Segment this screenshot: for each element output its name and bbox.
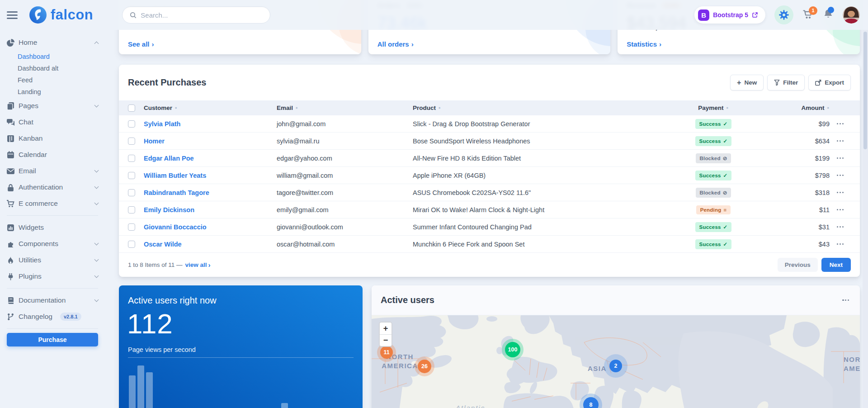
- row-checkbox[interactable]: [128, 241, 135, 248]
- settings-button[interactable]: [774, 5, 793, 24]
- column-header-product[interactable]: Product▲▼: [413, 104, 648, 111]
- sidebar-item-label: Components: [19, 240, 58, 248]
- new-button[interactable]: + New: [730, 75, 764, 90]
- sidebar-item-home[interactable]: Home: [7, 34, 98, 51]
- customer-link[interactable]: Giovanni Boccaccio: [144, 223, 277, 231]
- chevron-right-icon: ›: [659, 40, 661, 48]
- row-checkbox[interactable]: [128, 120, 135, 128]
- search-input[interactable]: [141, 11, 263, 19]
- sidebar-item-dashboard[interactable]: Dashboard: [18, 51, 98, 62]
- customer-link[interactable]: Rabindranath Tagore: [144, 189, 277, 196]
- map-marker[interactable]: 11: [380, 346, 393, 359]
- row-checkbox[interactable]: [128, 223, 135, 231]
- brand-logo[interactable]: falcon: [29, 6, 93, 24]
- amount-cell: $31: [779, 223, 830, 231]
- column-header-customer[interactable]: Customer▲▼: [144, 104, 277, 111]
- column-header-amount[interactable]: Amount▲▼: [779, 104, 830, 111]
- sidebar-item-email[interactable]: Email: [7, 163, 98, 179]
- ban-icon: ⊘: [723, 190, 727, 196]
- row-checkbox[interactable]: [128, 155, 135, 162]
- row-actions-button[interactable]: [835, 207, 845, 212]
- funnel-icon: [774, 80, 780, 85]
- row-checkbox[interactable]: [128, 189, 135, 196]
- active-users-map-title: Active users: [381, 295, 434, 305]
- column-header-payment[interactable]: Payment▲▼: [648, 104, 779, 111]
- notifications-button[interactable]: [823, 9, 834, 21]
- row-actions-button[interactable]: [835, 121, 845, 126]
- bootstrap-version-badge[interactable]: B Bootstrap 5: [694, 6, 765, 24]
- hamburger-menu-button[interactable]: [7, 9, 18, 21]
- all-orders-link[interactable]: All orders ›: [377, 40, 414, 48]
- view-all-link[interactable]: view all ›: [185, 261, 211, 269]
- sidebar-item-calendar[interactable]: Calendar: [7, 147, 98, 163]
- cart-button[interactable]: 1: [802, 9, 814, 21]
- next-button[interactable]: Next: [821, 258, 851, 272]
- ban-icon: ⊘: [723, 155, 727, 161]
- column-header-email[interactable]: Email▲▼: [277, 104, 413, 111]
- filter-button[interactable]: Filter: [767, 75, 805, 90]
- select-all-checkbox[interactable]: [128, 104, 135, 112]
- product-cell: Munchkin 6 Piece Fork and Spoon Set: [413, 241, 648, 248]
- sidebar-item-changelog[interactable]: Changelog v2.8.1: [7, 308, 98, 325]
- sort-icon: ▲▼: [827, 108, 830, 108]
- sidebar-item-widgets[interactable]: Widgets: [7, 219, 98, 236]
- customer-link[interactable]: Homer: [144, 138, 277, 145]
- see-all-link[interactable]: See all ›: [128, 40, 154, 48]
- page-scrollbar-thumb[interactable]: [863, 32, 867, 149]
- sidebar-item-components[interactable]: Components: [7, 236, 98, 252]
- customer-link[interactable]: Oscar Wilde: [144, 241, 277, 248]
- sidebar-item-landing[interactable]: Landing: [18, 86, 98, 98]
- row-actions-button[interactable]: [835, 156, 845, 161]
- customer-link[interactable]: Edgar Allan Poe: [144, 155, 277, 162]
- sidebar-item-kanban[interactable]: Kanban: [7, 130, 98, 147]
- sidebar-item-pages[interactable]: Pages: [7, 98, 98, 114]
- widgets-icon: [7, 224, 14, 232]
- sidebar-item-documentation[interactable]: Documentation: [7, 292, 98, 308]
- sidebar-item-ecommerce[interactable]: E commerce: [7, 195, 98, 212]
- chevron-down-icon: [94, 241, 99, 246]
- email-cell: giovanni@outlook.com: [277, 223, 413, 231]
- sidebar-item-authentication[interactable]: Authentication: [7, 179, 98, 195]
- row-actions-button[interactable]: [835, 190, 845, 195]
- row-actions-button[interactable]: [835, 138, 845, 143]
- sidebar-item-dashboard-alt[interactable]: Dashboard alt: [18, 62, 98, 74]
- customer-link[interactable]: Sylvia Plath: [144, 120, 277, 128]
- product-cell: ASUS Chromebook C202SA-YS02 11.6": [413, 189, 648, 196]
- sidebar-item-label: Kanban: [19, 134, 42, 142]
- card-menu-button[interactable]: [840, 298, 851, 303]
- user-avatar[interactable]: [843, 6, 860, 24]
- sidebar-item-feed[interactable]: Feed: [18, 74, 98, 86]
- sidebar-item-label: Utilities: [19, 256, 41, 264]
- search-box[interactable]: [122, 6, 270, 24]
- purchase-button[interactable]: Purchase: [7, 333, 98, 346]
- sidebar-item-plugins[interactable]: Plugins: [7, 268, 98, 285]
- check-icon: ✓: [723, 172, 728, 179]
- row-checkbox[interactable]: [128, 138, 135, 145]
- map-marker[interactable]: 26: [418, 360, 431, 373]
- previous-button[interactable]: Previous: [778, 258, 818, 272]
- zoom-out-button[interactable]: −: [380, 334, 392, 346]
- sidebar-item-chat[interactable]: Chat: [7, 114, 98, 130]
- row-actions-button[interactable]: [835, 224, 845, 229]
- sidebar-item-utilities[interactable]: Utilities: [7, 252, 98, 268]
- row-checkbox[interactable]: [128, 206, 135, 213]
- map-label-asia: ASIA: [588, 364, 607, 373]
- customer-link[interactable]: William Butler Yeats: [144, 172, 277, 179]
- export-button[interactable]: Export: [808, 75, 851, 90]
- world-map[interactable]: + − NORTHAMERICA ASIA NORTHAMERICA Atlan…: [372, 315, 860, 408]
- new-button-label: New: [744, 79, 757, 86]
- active-users-count: 112: [127, 308, 363, 340]
- divider: [7, 215, 98, 216]
- customer-link[interactable]: Emily Dickinson: [144, 206, 277, 213]
- zoom-in-button[interactable]: +: [380, 323, 392, 334]
- sidebar-item-label: E commerce: [19, 199, 58, 208]
- home-submenu: Dashboard Dashboard alt Feed Landing: [7, 51, 98, 98]
- page-scrollbar-track[interactable]: [863, 0, 868, 408]
- row-checkbox[interactable]: [128, 172, 135, 179]
- divider: [7, 328, 98, 329]
- row-actions-button[interactable]: [835, 173, 845, 178]
- map-marker[interactable]: 2: [609, 360, 622, 372]
- row-actions-button[interactable]: [835, 242, 845, 247]
- map-marker[interactable]: 100: [505, 342, 520, 357]
- statistics-link[interactable]: Statistics ›: [627, 40, 661, 48]
